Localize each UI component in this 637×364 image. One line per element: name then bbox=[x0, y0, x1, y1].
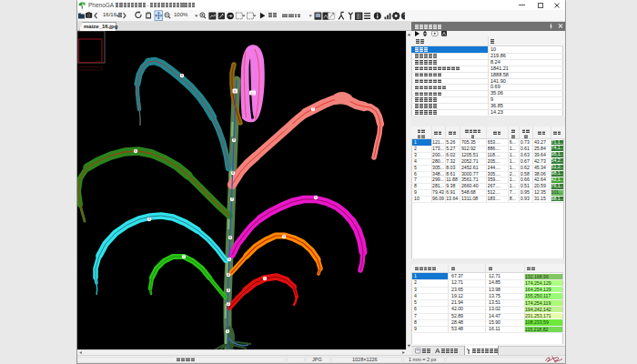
svg-text:3: 3 bbox=[283, 235, 285, 238]
svg-text:5: 5 bbox=[315, 196, 317, 199]
svg-text:9: 9 bbox=[233, 138, 235, 142]
svg-text:?: ? bbox=[403, 13, 405, 19]
svg-text:4: 4 bbox=[228, 273, 229, 277]
svg-text:3: 3 bbox=[228, 288, 229, 292]
svg-text:2: 2 bbox=[183, 255, 185, 258]
svg-text:8: 8 bbox=[181, 74, 183, 77]
svg-text:10: 10 bbox=[251, 92, 255, 96]
svg-text:9: 9 bbox=[234, 90, 236, 94]
svg-text:7: 7 bbox=[231, 197, 233, 201]
svg-text:4: 4 bbox=[148, 217, 150, 221]
svg-text:1: 1 bbox=[227, 329, 228, 333]
svg-text:2: 2 bbox=[228, 302, 229, 306]
svg-text:7: 7 bbox=[312, 107, 314, 111]
svg-text:1: 1 bbox=[264, 277, 266, 280]
svg-text:6: 6 bbox=[229, 236, 231, 239]
svg-text:6: 6 bbox=[135, 149, 136, 153]
svg-text:8: 8 bbox=[232, 171, 234, 175]
svg-text:5: 5 bbox=[228, 258, 230, 261]
